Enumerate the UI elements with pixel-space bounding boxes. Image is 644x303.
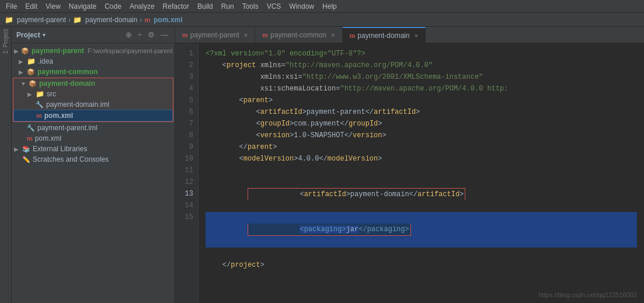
tree-label-domain-iml: payment-domain.iml	[46, 100, 109, 109]
tree-item-payment-domain[interactable]: ▼ 📦 payment-domain	[13, 78, 173, 89]
code-line-8: <version>1.0-SNAPSHOT</version>	[206, 130, 637, 141]
tree-arrow-idea: ▶	[19, 58, 25, 65]
tree-arrow-src: ▶	[27, 91, 33, 97]
editor-content[interactable]: 1 2 3 4 5 6 7 8 9 10 11 12 13 14 15 <?xm…	[175, 43, 644, 303]
line-num-4: 4	[175, 83, 198, 95]
tree-domain-group: ▼ 📦 payment-domain ▶ 📁 src ▶ 🔧 payment-d…	[13, 78, 173, 122]
tab-close-domain[interactable]: ×	[415, 32, 418, 39]
tab-payment-common[interactable]: m payment-common ×	[255, 27, 342, 43]
line-num-5: 5	[175, 95, 198, 106]
menu-view[interactable]: View	[42, 1, 64, 12]
line-num-2: 2	[175, 60, 198, 71]
tree-item-pom-parent[interactable]: ▶ m pom.xml	[12, 133, 175, 144]
tab-label-common: payment-common	[270, 31, 326, 39]
tree-item-payment-common[interactable]: ▶ 📦 payment-common	[12, 67, 175, 77]
tree-item-idea[interactable]: ▶ 📁 .idea	[12, 56, 175, 67]
menubar: File Edit View Navigate Code Analyze Ref…	[0, 0, 644, 13]
tree-item-external-libs[interactable]: ▶ 📚 External Libraries	[12, 144, 175, 154]
tree-arrow-payment-common: ▶	[19, 69, 25, 75]
code-line-6: <artifactId>payment-parent</artifactId>	[206, 106, 637, 118]
tree-label-pom-domain: pom.xml	[44, 112, 73, 120]
menu-run[interactable]: Run	[218, 1, 238, 12]
code-line-3: xmlns:xsi="http://www.w3.org/2001/XMLSch…	[206, 71, 637, 83]
breadcrumb-item-3[interactable]: pom.xml	[154, 16, 182, 24]
scratches-icon: ✏️	[22, 156, 30, 163]
code-line-10: <modelVersion>4.0.0</modelVersion>	[206, 153, 637, 165]
menu-code[interactable]: Code	[101, 1, 125, 12]
breadcrumb-item-1[interactable]: payment-parent	[17, 16, 66, 24]
breadcrumb-sep-2: ›	[140, 16, 142, 24]
tab-payment-parent[interactable]: m payment-parent ×	[175, 27, 255, 43]
tab-label-parent: payment-parent	[190, 31, 239, 39]
maven-icon-pom-parent: m	[27, 135, 33, 142]
menu-analyze[interactable]: Analyze	[126, 1, 158, 12]
menu-edit[interactable]: Edit	[22, 1, 41, 12]
breadcrumb: 📁 payment-parent › 📁 payment-domain › m …	[0, 13, 644, 27]
code-line-9: </parent>	[206, 141, 637, 153]
watermark: https://blog.csdn.net/qq122516002	[538, 291, 637, 298]
menu-build[interactable]: Build	[194, 1, 217, 12]
breadcrumb-folder-icon-1: 📁	[5, 16, 13, 24]
tree-label-pom-parent: pom.xml	[35, 134, 61, 142]
panel-actions: ⊕ ÷ ⚙ —	[124, 30, 170, 40]
tree-item-src[interactable]: ▶ 📁 src	[13, 89, 173, 99]
tree-item-domain-iml[interactable]: ▶ 🔧 payment-domain.iml	[13, 99, 173, 110]
code-line-4: xsi:schemaLocation="http://maven.apache.…	[206, 83, 637, 95]
panel-title-text: Project	[16, 31, 40, 39]
module-icon-payment-parent: 📦	[21, 47, 29, 55]
line-num-15: 15	[175, 211, 198, 223]
lib-icon-external: 📚	[22, 145, 30, 153]
editor-area: m payment-parent × m payment-common × m …	[175, 27, 644, 303]
code-line-1: <?xml version="1.0" encoding="UTF-8"?>	[206, 48, 637, 60]
tree-path-payment-parent: F:\workspace\payment-parent	[88, 47, 173, 54]
line-num-1: 1	[175, 48, 198, 60]
line-num-9: 9	[175, 141, 198, 153]
panel-action-hide[interactable]: —	[159, 30, 170, 40]
tab-icon-common: m	[262, 32, 268, 39]
tab-bar: m payment-parent × m payment-common × m …	[175, 27, 644, 43]
file-icon-parent-iml: 🔧	[27, 124, 35, 132]
tree-label-payment-common: payment-common	[37, 68, 98, 76]
tree-arrow-payment-parent: ▶	[14, 48, 19, 54]
module-icon-payment-common: 📦	[27, 68, 35, 76]
menu-tools[interactable]: Tools	[239, 1, 262, 12]
breadcrumb-item-2[interactable]: payment-domain	[85, 16, 137, 24]
file-icon-domain-iml: 🔧	[36, 101, 44, 109]
menu-navigate[interactable]: Navigate	[65, 1, 100, 12]
menu-window[interactable]: Window	[286, 1, 318, 12]
tab-close-common[interactable]: ×	[331, 32, 335, 39]
side-strip: 1: Project	[0, 27, 12, 303]
tree-label-parent-iml: payment-parent.iml	[37, 124, 98, 132]
menu-help[interactable]: Help	[319, 1, 340, 12]
side-strip-label[interactable]: 1: Project	[2, 29, 9, 54]
tree-item-parent-iml[interactable]: ▶ 🔧 payment-parent.iml	[12, 123, 175, 133]
panel-title-chevron[interactable]: ▾	[43, 32, 46, 38]
line-num-6: 6	[175, 106, 198, 118]
panel-action-locate[interactable]: ⊕	[124, 30, 134, 40]
tab-icon-domain: m	[350, 32, 356, 39]
menu-vcs[interactable]: VCS	[263, 1, 285, 12]
maven-icon-pom-domain: m	[36, 112, 42, 119]
code-line-14	[206, 248, 637, 259]
code-line-5: <parent>	[206, 95, 637, 106]
tab-payment-domain[interactable]: m payment-domain ×	[343, 27, 426, 43]
line-num-7: 7	[175, 118, 198, 130]
tab-close-parent[interactable]: ×	[244, 32, 248, 39]
tree-label-src: src	[47, 90, 56, 98]
tree-item-payment-parent[interactable]: ▶ 📦 payment-parent F:\workspace\payment-…	[12, 46, 175, 56]
panel-header: Project ▾ ⊕ ÷ ⚙ —	[12, 27, 175, 43]
tree-item-scratches[interactable]: ▶ ✏️ Scratches and Consoles	[12, 154, 175, 165]
code-editor[interactable]: <?xml version="1.0" encoding="UTF-8"?> <…	[199, 43, 644, 303]
tree-item-pom-domain[interactable]: ▶ m pom.xml	[13, 110, 173, 121]
panel-action-collapse[interactable]: ÷	[136, 30, 144, 40]
breadcrumb-folder-icon-2: 📁	[73, 16, 82, 24]
line-num-11: 11	[175, 165, 198, 176]
menu-file[interactable]: File	[2, 1, 20, 12]
code-line-11	[206, 165, 637, 176]
panel-title: Project ▾	[16, 31, 46, 39]
panel-action-settings[interactable]: ⚙	[146, 30, 156, 40]
menu-refactor[interactable]: Refactor	[159, 1, 193, 12]
module-icon-payment-domain: 📦	[29, 80, 37, 88]
code-line-13: <packaging>jar</packaging>	[206, 212, 637, 248]
code-line-2: <project xmlns="http://maven.apache.org/…	[206, 60, 637, 71]
